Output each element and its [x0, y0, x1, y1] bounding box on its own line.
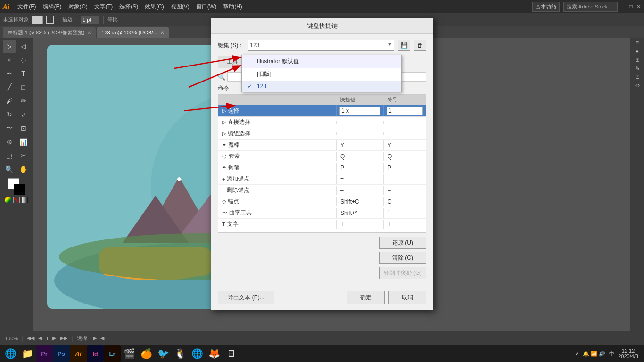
prev-btn[interactable]: ◀ — [38, 335, 42, 341]
taskbar-icon-ai[interactable]: Ai — [70, 345, 87, 362]
right-tool-2[interactable]: ♠ — [636, 48, 638, 55]
ok-button[interactable]: 确定 — [347, 291, 385, 304]
taskbar-icon-pr[interactable]: Pr — [36, 345, 53, 362]
taskbar-icon-id[interactable]: Id — [87, 345, 104, 362]
stroke-value-input[interactable] — [81, 16, 99, 24]
tool-free-transform[interactable]: ⊡ — [17, 122, 30, 135]
keyset-select[interactable]: 123 Illustrator 默认值 [旧版] — [248, 40, 394, 51]
clear-button[interactable]: 清除 (C) — [379, 252, 426, 264]
row-symbol-cell[interactable] — [383, 105, 426, 116]
tool-rotate[interactable]: ↻ — [3, 108, 16, 121]
table-row[interactable]: ▷ 选择 — [218, 105, 426, 117]
tool-symbol[interactable]: ⊕ — [3, 135, 16, 148]
taskbar-icon-ps[interactable]: Ps — [53, 345, 70, 362]
menu-text[interactable]: 文字(T) — [91, 1, 116, 13]
tool-hand[interactable]: ✋ — [17, 163, 30, 176]
taskbar-icon-folder[interactable]: 📁 — [19, 345, 36, 362]
table-row[interactable]: ▷ 直接选择 — [218, 117, 426, 128]
tab-1[interactable]: 未标题-1 @ 83% (RGB/像素预览) ✕ — [3, 27, 96, 38]
table-row[interactable]: ✒ 钢笔 P P — [218, 162, 426, 173]
dropdown-option-123[interactable]: ✓ 123 — [242, 81, 401, 92]
minimize-btn[interactable]: ─ — [621, 3, 626, 10]
close-btn[interactable]: ✕ — [636, 3, 641, 10]
play-btn[interactable]: ◀◀ — [27, 335, 34, 341]
table-row[interactable]: T 区域文字 — [218, 230, 426, 232]
table-row[interactable]: ✦ 魔棒 Y Y — [218, 140, 426, 151]
right-tool-3[interactable]: ⊞ — [635, 57, 640, 63]
right-tool-4[interactable]: ✎ — [635, 65, 640, 72]
fill-swatch[interactable] — [32, 16, 43, 24]
taskbar-icon-thunder[interactable]: 🌐 — [2, 345, 19, 362]
workspace-selector[interactable]: 基本功能 — [532, 2, 560, 12]
tool-line[interactable]: ╱ — [3, 81, 16, 94]
keyset-save-btn[interactable]: 💾 — [398, 40, 410, 51]
tool-rect[interactable]: □ — [17, 81, 30, 94]
tab2-close[interactable]: ✕ — [160, 30, 164, 35]
tool-pen[interactable]: ✒ — [3, 67, 16, 80]
menu-edit[interactable]: 编辑(E) — [40, 1, 65, 13]
menu-help[interactable]: 帮助(H) — [220, 1, 246, 13]
forward-nav[interactable]: ▶ — [93, 335, 97, 341]
table-row[interactable]: ▷ 编组选择 — [218, 128, 426, 140]
menu-effect[interactable]: 效果(C) — [141, 1, 167, 13]
taskbar-icon-penguin[interactable]: 🐧 — [172, 345, 189, 362]
ime-label[interactable]: 中 — [609, 350, 614, 357]
tool-pencil[interactable]: ✏ — [17, 94, 30, 107]
table-row[interactable]: ◌ 套索 Q Q — [218, 151, 426, 162]
color-mode-gradient[interactable] — [22, 197, 28, 203]
tab-2[interactable]: 123.ai @ 100% (RGB/... ✕ — [97, 27, 168, 38]
tool-warp[interactable]: ⌖ — [3, 53, 16, 66]
tool-slice[interactable]: ✂ — [17, 149, 30, 162]
restore-button[interactable]: 还原 (U) — [379, 237, 426, 249]
menu-file[interactable]: 文件(F) — [14, 1, 39, 13]
color-mode-color[interactable] — [5, 197, 11, 203]
taskbar-icon-lr[interactable]: Lr — [104, 345, 121, 362]
fill-stroke-widget[interactable] — [8, 178, 25, 195]
stroke-swatch[interactable] — [46, 16, 54, 24]
table-row[interactable]: + 添加锚点 = + — [218, 173, 426, 185]
taskbar-icon-chrome[interactable]: 🌐 — [189, 345, 206, 362]
sys-tray-arrow[interactable]: ∧ — [575, 351, 579, 357]
table-row[interactable]: 〜 曲率工具 Shift+^ ` — [218, 207, 426, 219]
cancel-button[interactable]: 取消 — [388, 291, 426, 304]
symbol-input-0[interactable] — [387, 107, 423, 115]
zoom-level[interactable]: 100% — [5, 336, 18, 341]
tool-lasso[interactable]: ◌ — [17, 53, 30, 66]
menu-view[interactable]: 视图(V) — [167, 1, 193, 13]
taskbar-icon-orange[interactable]: 🍊 — [138, 345, 155, 362]
right-tool-5[interactable]: ⊡ — [635, 74, 640, 80]
tool-scale[interactable]: ⤢ — [17, 108, 30, 121]
table-row[interactable]: ◇ 锚点 Shift+C C — [218, 196, 426, 207]
right-tool-6[interactable]: ⇔ — [635, 82, 640, 89]
search-stock[interactable]: 搜索 Adobe Stock — [563, 2, 618, 12]
next-btn[interactable]: ▶ — [52, 335, 56, 341]
tool-direct-select[interactable]: ◁ — [17, 40, 30, 53]
taskbar-icon-media[interactable]: 🎬 — [121, 345, 138, 362]
menu-window[interactable]: 窗口(W) — [193, 1, 220, 13]
taskbar-icon-finder[interactable]: 🖥 — [223, 345, 239, 362]
dropdown-option-illustrator-default[interactable]: Illustrator 默认值 — [242, 55, 401, 68]
taskbar-icon-firefox[interactable]: 🦊 — [206, 345, 223, 362]
tab1-close[interactable]: ✕ — [87, 30, 91, 35]
menu-select[interactable]: 选择(S) — [116, 1, 141, 13]
menu-object[interactable]: 对象(O) — [65, 1, 91, 13]
export-text-button[interactable]: 导出文本 (E)... — [218, 291, 274, 304]
table-row[interactable]: T 文字 T T — [218, 219, 426, 230]
right-tool-1[interactable]: ≡ — [636, 40, 639, 46]
keyset-delete-btn[interactable]: 🗑 — [414, 40, 426, 51]
tool-paintbrush[interactable]: 🖌 — [3, 94, 16, 107]
tool-select[interactable]: ▷ — [3, 40, 16, 53]
tool-type[interactable]: T — [17, 67, 30, 80]
tool-warp2[interactable]: 〜 — [3, 122, 16, 135]
table-row[interactable]: – 删除锚点 – – — [218, 185, 426, 196]
tool-graph[interactable]: 📊 — [17, 135, 30, 148]
tool-zoom[interactable]: 🔍 — [3, 163, 16, 176]
tool-artboard[interactable]: ⬚ — [3, 149, 16, 162]
back-nav[interactable]: ◀ — [100, 335, 104, 341]
color-mode-none[interactable] — [13, 197, 20, 203]
taskbar-icon-bird[interactable]: 🐦 — [155, 345, 172, 362]
goto-conflict-button[interactable]: 转到冲突处 (G) — [379, 267, 426, 279]
last-btn[interactable]: ▶▶ — [60, 335, 67, 341]
dropdown-option-legacy[interactable]: [旧版] — [242, 68, 401, 81]
shortcut-input-0[interactable] — [339, 107, 380, 115]
